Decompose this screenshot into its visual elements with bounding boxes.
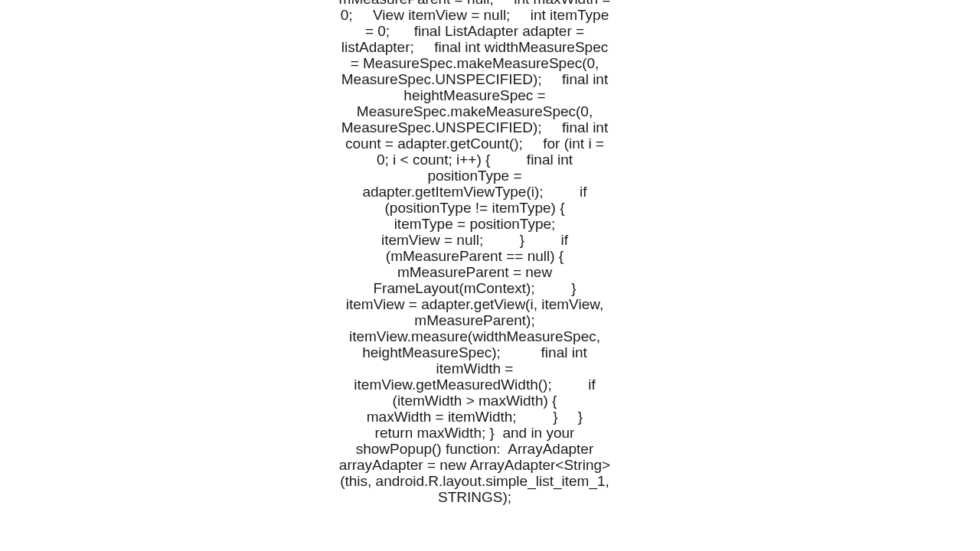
code-text-block: mMeasureParent = null; int maxWidth = 0;… — [338, 0, 611, 505]
